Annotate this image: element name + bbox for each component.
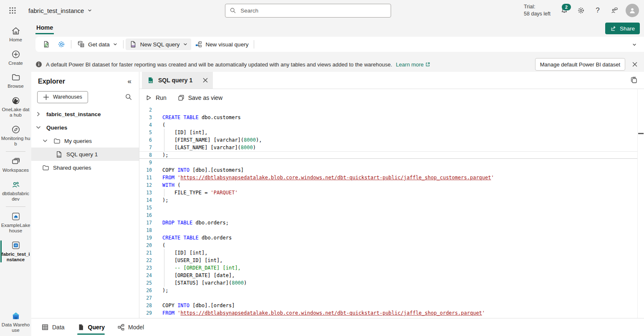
rail-item-monitoring-hub[interactable]: Monitoring hub — [0, 121, 31, 150]
collapse-explorer-button[interactable]: « — [125, 77, 134, 86]
notifications-button[interactable]: 2 — [557, 3, 571, 18]
rail-item-browse[interactable]: Browse — [0, 69, 31, 92]
workspace-switcher[interactable]: fabric_test_instance — [28, 7, 92, 14]
line-number: 14 — [139, 196, 152, 204]
tab-data[interactable]: Data — [41, 318, 65, 336]
question-mark-icon: ? — [596, 6, 599, 15]
refresh-button[interactable] — [39, 38, 54, 50]
code-line-25: 25 [STATUS] [varchar](8000) — [139, 279, 638, 287]
run-button[interactable]: Run — [145, 94, 167, 102]
rail-item-onelake-data-hub[interactable]: OneLake data hub — [0, 92, 31, 121]
code-line-15: 15 — [139, 204, 638, 211]
rail-item-label: fabric_test_instance — [1, 252, 30, 263]
explorer-tree: fabric_test_instanceQueriesMy queriesSQL… — [31, 107, 139, 174]
home-icon — [11, 26, 21, 36]
tree-item-sql-query-1[interactable]: SQLSQL query 1 — [31, 148, 139, 161]
tab-query[interactable]: Query — [77, 318, 105, 336]
search-box[interactable] — [225, 4, 391, 18]
code-line-12: 12WITH ( — [139, 181, 638, 189]
svg-text:SQL: SQL — [57, 155, 61, 157]
line-number: 6 — [139, 136, 152, 144]
code-line-20: 20( — [139, 242, 638, 249]
trial-status: Trial: 58 days left — [524, 3, 551, 18]
explorer-search-button[interactable] — [122, 91, 135, 103]
fabric-app-window: fabric_test_instance Trial: 58 days left… — [0, 0, 644, 336]
rail-item-label: Create — [8, 61, 23, 66]
line-number: 17 — [139, 219, 152, 227]
tree-item-queries[interactable]: Queries — [31, 121, 139, 134]
explorer-panel: Explorer « Warehouses fabric_test_instan… — [31, 72, 139, 318]
save-as-view-button[interactable]: Save as view — [177, 94, 222, 102]
collapse-ribbon-button[interactable] — [630, 40, 639, 49]
info-icon — [35, 61, 42, 68]
get-data-button[interactable]: Get data — [73, 38, 121, 50]
tree-item-fabric-test-instance[interactable]: fabric_test_instance — [31, 107, 139, 121]
close-tab-icon[interactable] — [202, 77, 209, 84]
compass-icon — [11, 125, 21, 135]
tree-item-shared-queries[interactable]: Shared queries — [31, 161, 139, 174]
code-line-9: 9 — [139, 159, 638, 166]
help-button[interactable]: ? — [591, 3, 605, 18]
chevron-right-icon[interactable] — [35, 111, 42, 117]
rail-item-dbtlabsfabricdev[interactable]: dbtlabsfabricdev — [0, 176, 31, 205]
chevron-down-icon[interactable] — [42, 137, 48, 144]
line-number: 3 — [139, 114, 152, 121]
code-line-10: 10COPY INTO [dbo].[customers] — [139, 166, 638, 174]
code-line-2: 2 — [139, 106, 638, 114]
toolbar-divider — [254, 40, 254, 48]
query-settings-button[interactable] — [54, 38, 69, 50]
line-number: 13 — [139, 189, 152, 196]
tab-sql-query-1[interactable]: SQL SQL query 1 — [142, 72, 213, 89]
search-input[interactable] — [240, 7, 386, 14]
tab-query-label: Query — [88, 324, 105, 331]
line-number: 20 — [139, 242, 152, 249]
app-launcher-button[interactable] — [3, 0, 23, 20]
rail-item-label: Workspaces — [3, 168, 29, 173]
banner-close-button[interactable] — [629, 59, 641, 70]
add-warehouses-button[interactable]: Warehouses — [37, 91, 88, 103]
rail-item-data-warehouse[interactable]: Data Warehouse — [0, 308, 31, 336]
dw-house-icon — [11, 311, 21, 321]
left-rail: HomeCreateBrowseOneLake data hubMonitori… — [0, 21, 31, 336]
toolbar-divider — [71, 40, 71, 48]
new-sql-query-button[interactable]: SQL New SQL query — [126, 38, 191, 50]
trial-label: Trial: — [524, 3, 551, 10]
learn-more-link[interactable]: Learn more — [396, 61, 430, 68]
tree-item-label: fabric_test_instance — [46, 111, 101, 117]
new-visual-query-button[interactable]: New visual query — [191, 38, 252, 50]
tree-item-my-queries[interactable]: My queries — [31, 134, 139, 148]
rail-item-examplelakehouse[interactable]: ExampleLakehouse — [0, 208, 31, 237]
settings-button[interactable] — [574, 3, 588, 18]
save-as-view-icon — [177, 94, 185, 102]
rail-divider — [6, 206, 25, 207]
chevron-down-icon[interactable] — [35, 124, 42, 131]
rail-item-workspaces[interactable]: Workspaces — [0, 153, 31, 176]
feedback-button[interactable] — [607, 3, 621, 18]
toolbar-divider — [123, 40, 124, 48]
rail-item-fabric-test-instance[interactable]: fabric_test_instance — [0, 237, 31, 266]
line-number: 21 — [139, 249, 152, 257]
ribbon-toolbar: Get data SQL New SQL query New visual qu… — [35, 37, 644, 52]
folder-icon — [42, 164, 50, 172]
line-number: 22 — [139, 257, 152, 264]
manage-dataset-button[interactable]: Manage default Power BI dataset — [535, 58, 625, 71]
copy-pages-icon[interactable] — [630, 76, 638, 84]
editor-command-bar: Run Save as view — [139, 89, 644, 107]
code-lines[interactable]: 23CREATE TABLE dbo.customers4(5 [ID] [in… — [139, 106, 638, 317]
share-button[interactable]: Share — [605, 23, 640, 34]
rail-item-create[interactable]: Create — [0, 46, 31, 69]
run-label: Run — [156, 94, 167, 101]
tab-home[interactable]: Home — [35, 23, 54, 34]
tab-label: SQL query 1 — [158, 77, 192, 84]
save-as-view-label: Save as view — [188, 94, 222, 101]
rail-item-home[interactable]: Home — [0, 23, 31, 46]
tab-model[interactable]: Model — [117, 318, 144, 336]
account-avatar[interactable] — [626, 4, 639, 17]
top-center — [92, 4, 524, 18]
line-number: 11 — [139, 174, 152, 181]
top-bar: fabric_test_instance Trial: 58 days left… — [0, 0, 644, 21]
line-number: 8 — [139, 151, 152, 159]
play-icon — [145, 94, 152, 102]
gear-icon — [577, 6, 585, 15]
view-switcher-bar: Data Query Model — [31, 318, 644, 336]
